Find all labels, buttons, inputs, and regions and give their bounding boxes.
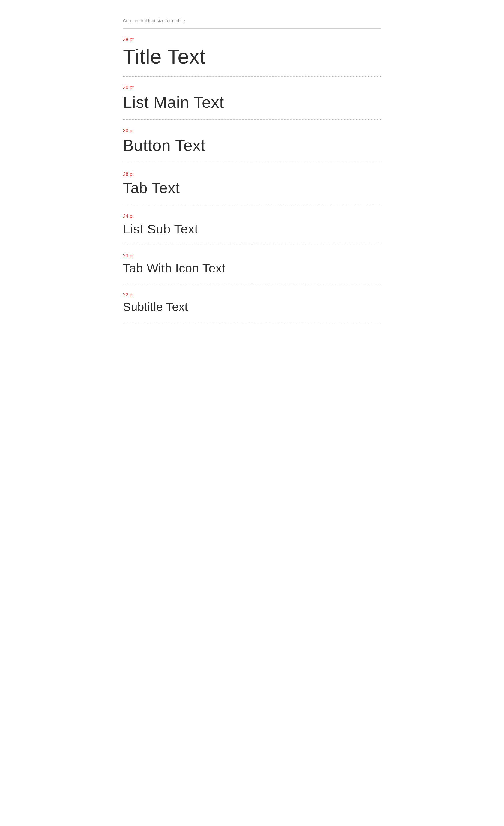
font-entry-title-text: 38 pt Title Text [123, 28, 381, 76]
font-entry-list-main-text: 30 pt List Main Text [123, 76, 381, 120]
font-sample-subtitle-text: Subtitle Text [123, 301, 381, 313]
font-entry-tab-with-icon-text: 23 pt Tab With Icon Text [123, 245, 381, 284]
font-sample-tab-with-icon-text: Tab With Icon Text [123, 261, 381, 275]
font-size-label-subtitle: 22 pt [123, 292, 381, 298]
font-entry-tab-text: 28 pt Tab Text [123, 163, 381, 205]
font-size-label-list-sub: 24 pt [123, 214, 381, 219]
font-entry-list-sub-text: 24 pt List Sub Text [123, 205, 381, 245]
font-size-label-button: 30 pt [123, 128, 381, 133]
font-sample-tab-text: Tab Text [123, 180, 381, 196]
font-sample-list-sub-text: List Sub Text [123, 222, 381, 236]
font-size-label-list-main: 30 pt [123, 85, 381, 90]
font-sample-button-text: Button Text [123, 136, 381, 154]
font-size-label-title: 38 pt [123, 37, 381, 42]
header-title: Core control font size for mobile [123, 18, 185, 23]
header-section: Core control font size for mobile [123, 18, 381, 28]
font-size-label-tab-icon: 23 pt [123, 253, 381, 259]
page-container: Core control font size for mobile 38 pt … [123, 0, 381, 322]
font-sample-title-text: Title Text [123, 45, 381, 68]
font-entry-button-text: 30 pt Button Text [123, 120, 381, 163]
font-entry-subtitle-text: 22 pt Subtitle Text [123, 284, 381, 322]
font-sample-list-main-text: List Main Text [123, 93, 381, 111]
font-size-label-tab: 28 pt [123, 172, 381, 177]
